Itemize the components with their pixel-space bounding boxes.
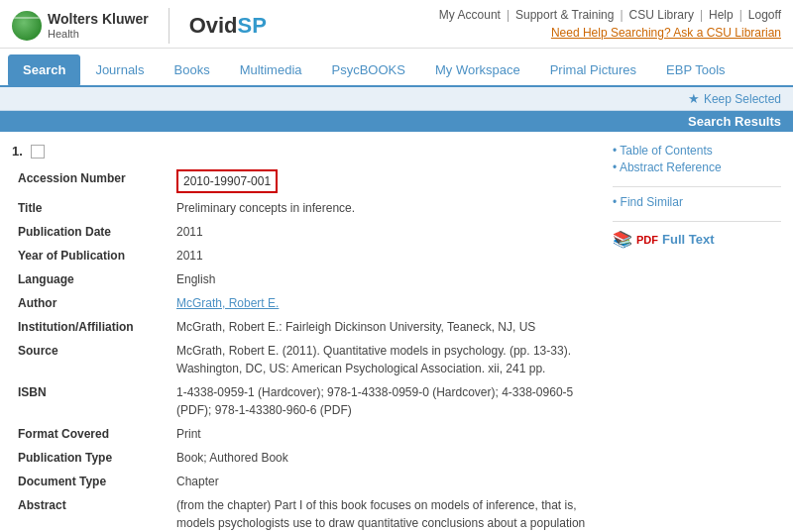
full-text-button[interactable]: 📚 PDF Full Text	[613, 230, 781, 249]
author-value: McGrath, Robert E.	[170, 291, 597, 315]
accession-number-box: 2010-19907-001	[176, 169, 278, 193]
top-links: My Account | Support & Training | CSU Li…	[439, 8, 781, 22]
result-section: 1. Accession Number 2010-19907-001 Title…	[12, 144, 597, 532]
full-text-label: Full Text	[662, 232, 714, 247]
accession-value: 2010-19907-001	[170, 166, 597, 196]
help-link[interactable]: Help	[709, 8, 734, 22]
tab-books[interactable]: Books	[160, 54, 225, 85]
table-row: Language English	[12, 267, 597, 291]
book-icon: 📚	[613, 230, 632, 249]
csu-library-link[interactable]: CSU Library	[629, 8, 694, 22]
tab-search[interactable]: Search	[8, 54, 80, 85]
abstract-reference-link[interactable]: Abstract Reference	[613, 160, 781, 174]
isbn-value: 1-4338-0959-1 (Hardcover); 978-1-4338-09…	[170, 380, 597, 422]
language-label: Language	[12, 267, 170, 291]
format-value: Print	[170, 422, 597, 446]
result-number: 1.	[12, 144, 597, 159]
table-of-contents-link[interactable]: Table of Contents	[613, 144, 781, 158]
find-similar-link[interactable]: Find Similar	[613, 195, 781, 209]
table-row: Year of Publication 2011	[12, 244, 597, 267]
language-value: English	[170, 267, 597, 291]
sidebar-section-links: Table of Contents Abstract Reference	[613, 144, 781, 174]
tab-my-workspace[interactable]: My Workspace	[420, 54, 535, 85]
abstract-value: (from the chapter) Part I of this book f…	[170, 493, 597, 532]
keep-selected-button[interactable]: ★ Keep Selected	[688, 91, 781, 106]
search-results-label: Search Results	[688, 114, 781, 129]
year-value: 2011	[170, 244, 597, 267]
sidebar-divider	[613, 186, 781, 187]
table-row: Format Covered Print	[12, 422, 597, 446]
table-row: Author McGrath, Robert E.	[12, 291, 597, 315]
title-label: Title	[12, 196, 170, 220]
table-row: ISBN 1-4338-0959-1 (Hardcover); 978-1-43…	[12, 380, 597, 422]
abstract-label: Abstract	[12, 493, 170, 532]
doc-type-label: Document Type	[12, 470, 170, 493]
tab-nav: Search Journals Books Multimedia PsycBOO…	[0, 54, 793, 87]
format-label: Format Covered	[12, 422, 170, 446]
table-row: Accession Number 2010-19907-001	[12, 166, 597, 196]
table-row: Abstract (from the chapter) Part I of th…	[12, 493, 597, 532]
table-row: Document Type Chapter	[12, 470, 597, 493]
affiliation-value: McGrath, Robert E.: Fairleigh Dickinson …	[170, 315, 597, 339]
wk-sub: Health	[48, 28, 149, 41]
keep-selected-label: Keep Selected	[704, 92, 781, 106]
table-row: Institution/Affiliation McGrath, Robert …	[12, 315, 597, 339]
tab-journals[interactable]: Journals	[80, 54, 159, 85]
source-label: Source	[12, 339, 170, 380]
support-link[interactable]: Support & Training	[515, 8, 614, 22]
star-icon: ★	[688, 91, 700, 106]
doc-type-value: Chapter	[170, 470, 597, 493]
sidebar-section-find: Find Similar	[613, 195, 781, 209]
title-value: Preliminary concepts in inference.	[170, 196, 597, 220]
wk-name: Wolters Kluwer	[48, 11, 149, 28]
product-name: OvidSP	[189, 13, 267, 39]
ask-librarian-link[interactable]: Need Help Searching? Ask a CSU Librarian	[439, 26, 781, 40]
pub-date-value: 2011	[170, 220, 597, 244]
table-row: Publication Type Book; Authored Book	[12, 446, 597, 470]
tab-ebp-tools[interactable]: EBP Tools	[651, 54, 740, 85]
table-row: Source McGrath, Robert E. (2011). Quanti…	[12, 339, 597, 380]
wk-logo: Wolters Kluwer Health	[12, 11, 149, 41]
pub-type-label: Publication Type	[12, 446, 170, 470]
header: Wolters Kluwer Health OvidSP My Account …	[0, 0, 793, 49]
logo-area: Wolters Kluwer Health OvidSP	[12, 8, 267, 44]
my-account-link[interactable]: My Account	[439, 8, 501, 22]
accession-label: Accession Number	[12, 166, 170, 196]
pdf-icon: PDF	[636, 234, 658, 246]
wk-text: Wolters Kluwer Health	[48, 11, 149, 41]
author-label: Author	[12, 291, 170, 315]
logo-divider	[169, 8, 170, 44]
record-table: Accession Number 2010-19907-001 Title Pr…	[12, 166, 597, 532]
isbn-label: ISBN	[12, 380, 170, 422]
tab-primal-pictures[interactable]: Primal Pictures	[535, 54, 651, 85]
source-value: McGrath, Robert E. (2011). Quantitative …	[170, 339, 597, 380]
tab-psycbooks[interactable]: PsycBOOKS	[317, 54, 420, 85]
sidebar: Table of Contents Abstract Reference Fin…	[613, 144, 781, 532]
affiliation-label: Institution/Affiliation	[12, 315, 170, 339]
logoff-link[interactable]: Logoff	[748, 8, 781, 22]
main-content: 1. Accession Number 2010-19907-001 Title…	[0, 132, 793, 532]
toolbar-bar: ★ Keep Selected	[0, 87, 793, 111]
header-nav: My Account | Support & Training | CSU Li…	[439, 8, 781, 40]
sidebar-divider-2	[613, 221, 781, 222]
record-checkbox[interactable]	[31, 145, 45, 159]
table-row: Publication Date 2011	[12, 220, 597, 244]
year-label: Year of Publication	[12, 244, 170, 267]
pub-type-value: Book; Authored Book	[170, 446, 597, 470]
table-row: Title Preliminary concepts in inference.	[12, 196, 597, 220]
globe-icon	[12, 11, 42, 41]
tab-multimedia[interactable]: Multimedia	[225, 54, 317, 85]
results-bar: Search Results	[0, 111, 793, 132]
author-link[interactable]: McGrath, Robert E.	[176, 296, 279, 310]
record-number: 1.	[12, 144, 23, 159]
pub-date-label: Publication Date	[12, 220, 170, 244]
